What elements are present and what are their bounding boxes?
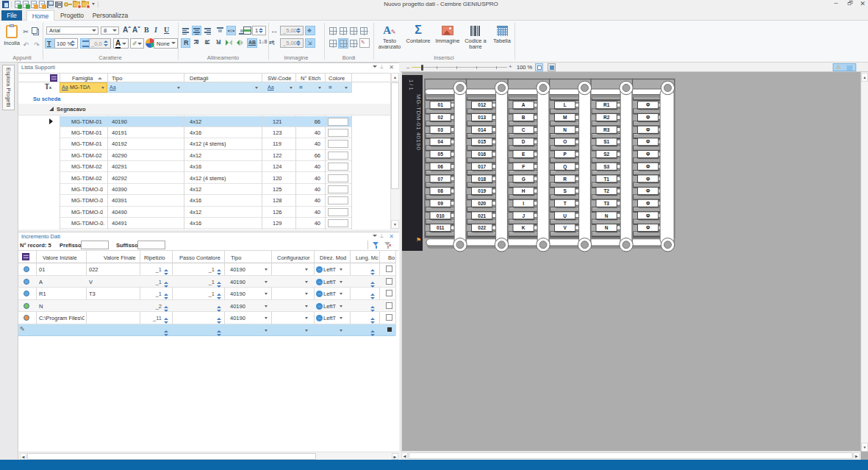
svg-text:013: 013 [478,115,486,120]
svg-text:019: 019 [478,188,486,193]
svg-text:V: V [564,225,567,230]
svg-text:B: B [522,115,526,120]
svg-text:J: J [522,213,525,218]
svg-text:Φ: Φ [646,164,650,169]
svg-text:A: A [522,102,526,107]
svg-text:G: G [522,177,526,182]
svg-text:Φ: Φ [646,115,650,120]
svg-text:021: 021 [478,213,486,218]
svg-text:014: 014 [478,127,486,132]
svg-text:⚑: ⚑ [416,237,421,243]
svg-text:E: E [522,152,526,157]
svg-text:O: O [563,139,567,144]
svg-text:Φ: Φ [646,201,650,206]
svg-text:022: 022 [478,225,486,230]
svg-text:Φ: Φ [646,188,650,193]
svg-text:T1: T1 [603,177,609,182]
svg-text:S: S [564,188,567,193]
svg-text:N: N [605,213,609,218]
svg-text:H: H [522,188,526,193]
svg-text:015: 015 [478,139,486,144]
svg-text:07: 07 [438,177,444,182]
svg-text:P: P [564,152,567,157]
svg-text:N: N [563,127,567,132]
svg-text:020: 020 [478,201,486,206]
svg-text:I: I [523,201,524,206]
svg-text:S1: S1 [603,139,609,144]
svg-text:018: 018 [478,177,486,182]
svg-text:MG-TDM-01 40190: MG-TDM-01 40190 [415,94,422,150]
svg-text:01: 01 [438,102,444,107]
svg-text:011: 011 [437,225,445,230]
svg-text:03: 03 [438,127,444,132]
svg-text:R: R [563,177,567,182]
svg-text:06: 06 [438,164,444,169]
svg-text:T3: T3 [603,201,609,206]
svg-text:Q: Q [563,164,567,170]
svg-text:Φ: Φ [646,127,650,132]
svg-text:1 / 1: 1 / 1 [408,79,415,90]
svg-text:S3: S3 [603,164,609,169]
svg-text:Φ: Φ [646,177,650,182]
svg-text:C: C [522,127,526,132]
svg-text:Φ: Φ [646,139,650,144]
svg-text:N: N [605,225,609,230]
svg-text:F: F [522,164,525,169]
svg-text:02: 02 [438,115,444,120]
svg-text:Φ: Φ [646,102,650,107]
svg-text:05: 05 [438,152,444,157]
svg-text:M: M [563,115,567,120]
svg-text:T2: T2 [603,188,609,193]
svg-text:T: T [564,201,567,206]
svg-text:08: 08 [438,188,444,193]
svg-text:R1: R1 [603,102,610,107]
svg-text:010: 010 [437,213,445,218]
svg-text:04: 04 [438,139,444,144]
svg-text:R3: R3 [603,127,610,132]
svg-text:Φ: Φ [646,152,650,157]
svg-text:D: D [522,139,526,144]
svg-text:Φ: Φ [646,213,650,218]
svg-text:Φ: Φ [646,225,650,230]
svg-text:012: 012 [478,102,486,107]
svg-text:U: U [563,213,567,218]
svg-text:L: L [564,102,567,107]
svg-text:R2: R2 [603,115,610,120]
svg-text:016: 016 [478,152,486,157]
svg-text:09: 09 [438,201,444,206]
svg-text:017: 017 [478,164,486,169]
svg-text:S2: S2 [603,152,609,157]
svg-text:K: K [522,225,526,230]
